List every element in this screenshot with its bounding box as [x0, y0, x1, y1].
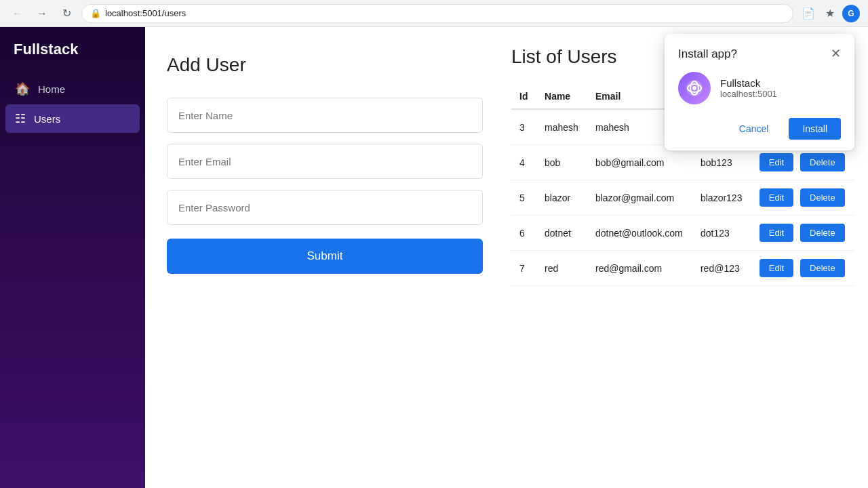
- sidebar-item-home[interactable]: 🏠 Home: [5, 75, 140, 103]
- delete-button[interactable]: Delete: [800, 188, 845, 207]
- cell-name: dotnet: [536, 216, 587, 251]
- users-icon: ☷: [15, 111, 26, 126]
- cell-email: blazor@gmail.com: [587, 180, 692, 216]
- email-field-group: [167, 144, 483, 179]
- app-icon: [678, 72, 711, 104]
- browser-chrome: ← → ↻ 🔒 localhost:5001/users 📄 ★ G: [0, 0, 868, 27]
- cell-actions: Edit Delete: [751, 216, 854, 251]
- cell-id: 5: [511, 180, 536, 216]
- name-field-group: [167, 98, 483, 133]
- cell-email: dotnet@outlook.com: [587, 216, 692, 251]
- delete-button[interactable]: Delete: [800, 153, 845, 171]
- home-icon: 🏠: [15, 81, 30, 96]
- app-url: localhost:5001: [720, 89, 777, 99]
- cell-id: 3: [511, 109, 536, 145]
- cell-name: red: [536, 251, 587, 286]
- submit-button[interactable]: Submit: [167, 239, 483, 274]
- profile-avatar[interactable]: G: [842, 5, 860, 22]
- popup-actions: Cancel Install: [678, 118, 841, 140]
- delete-button[interactable]: Delete: [800, 259, 845, 277]
- cell-actions: Edit Delete: [751, 251, 854, 286]
- sidebar-nav: 🏠 Home ☷ Users: [0, 75, 145, 133]
- password-field-group: [167, 190, 483, 225]
- bookmark-button[interactable]: ★: [821, 4, 840, 23]
- forward-button[interactable]: →: [33, 4, 52, 23]
- cell-email: red@gmail.com: [587, 251, 692, 286]
- edit-button[interactable]: Edit: [760, 224, 793, 242]
- install-button[interactable]: Install: [789, 118, 841, 140]
- cell-password: blazor123: [692, 180, 751, 216]
- cell-password: red@123: [692, 251, 751, 286]
- edit-button[interactable]: Edit: [760, 188, 793, 207]
- sidebar-item-users[interactable]: ☷ Users: [5, 104, 140, 133]
- extension-button[interactable]: 📄: [799, 4, 818, 23]
- add-user-section: Add User Submit: [145, 27, 505, 488]
- col-name: Name: [536, 84, 587, 109]
- address-bar[interactable]: 🔒 localhost:5001/users: [81, 4, 793, 23]
- back-button[interactable]: ←: [8, 4, 27, 23]
- table-row: 6 dotnet dotnet@outlook.com dot123 Edit …: [511, 216, 854, 251]
- install-popup: Install app? ✕ Fullstack localhost:5001: [665, 34, 854, 150]
- name-input[interactable]: [167, 98, 483, 133]
- cell-actions: Edit Delete: [751, 180, 854, 216]
- refresh-button[interactable]: ↻: [57, 4, 76, 23]
- edit-button[interactable]: Edit: [760, 153, 793, 171]
- popup-title: Install app?: [678, 47, 737, 61]
- app-name: Fullstack: [720, 77, 777, 89]
- delete-button[interactable]: Delete: [800, 224, 845, 242]
- sidebar: Fullstack 🏠 Home ☷ Users: [0, 27, 145, 488]
- edit-button[interactable]: Edit: [760, 259, 793, 277]
- cell-password: dot123: [692, 216, 751, 251]
- cell-name: bob: [536, 145, 587, 180]
- popup-header: Install app? ✕: [678, 47, 841, 61]
- sidebar-item-home-label: Home: [38, 83, 65, 95]
- cell-id: 6: [511, 216, 536, 251]
- browser-actions: 📄 ★ G: [799, 4, 860, 23]
- sidebar-item-users-label: Users: [34, 113, 60, 125]
- lock-icon: 🔒: [90, 8, 101, 18]
- email-input[interactable]: [167, 144, 483, 179]
- popup-app-info: Fullstack localhost:5001: [678, 72, 841, 104]
- password-input[interactable]: [167, 190, 483, 225]
- popup-close-button[interactable]: ✕: [831, 47, 841, 60]
- cell-name: mahesh: [536, 109, 587, 145]
- add-user-title: Add User: [167, 54, 483, 76]
- app-container: Fullstack 🏠 Home ☷ Users Add User: [0, 27, 868, 488]
- table-row: 5 blazor blazor@gmail.com blazor123 Edit…: [511, 180, 854, 216]
- cell-id: 7: [511, 251, 536, 286]
- table-row: 7 red red@gmail.com red@123 Edit Delete: [511, 251, 854, 286]
- svg-point-3: [692, 86, 696, 90]
- cell-name: blazor: [536, 180, 587, 216]
- url-text: localhost:5001/users: [105, 8, 186, 18]
- sidebar-logo: Fullstack: [0, 27, 145, 75]
- cancel-button[interactable]: Cancel: [726, 118, 783, 140]
- cell-id: 4: [511, 145, 536, 180]
- app-details: Fullstack localhost:5001: [720, 77, 777, 99]
- main-content: Add User Submit List of Users Id Name Em: [145, 27, 868, 488]
- col-id: Id: [511, 84, 536, 109]
